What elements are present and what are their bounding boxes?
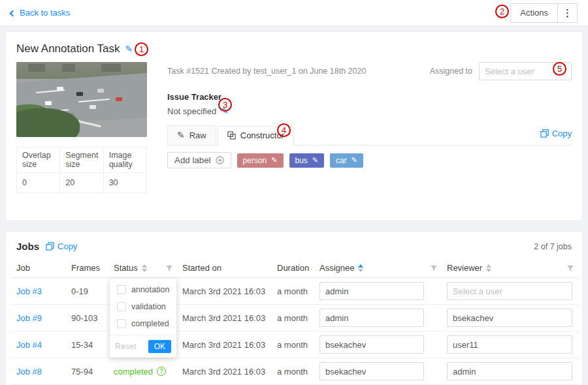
assignee-input[interactable] [319,282,424,300]
status-filter-dropdown: annotation validation completed Reset OK [110,279,176,358]
col-started-label: Started on [182,263,221,273]
label-tag-bus[interactable]: bus ✎ [289,153,325,168]
assignee-input[interactable] [319,335,424,354]
ellipsis-icon: ⋮ [563,7,572,19]
task-params-table: Overlap size Segment size Image quality … [16,147,147,193]
col-job-label: Job [16,263,30,273]
filter-status-icon[interactable] [165,264,173,272]
col-duration: Duration [272,258,314,278]
param-value-quality: 30 [103,173,146,193]
task-preview-image [16,62,147,137]
param-header-overlap: Overlap size [17,147,60,173]
checkbox-icon[interactable] [117,302,126,311]
task-details-card: New Annotation Task ✎ [5,31,583,221]
question-circle-icon[interactable]: ? [157,367,166,376]
tab-raw[interactable]: ✎ Raw [167,125,216,145]
param-header-quality: Image quality [103,147,146,173]
job-duration: a month [272,278,314,305]
col-frames: Frames [66,258,108,278]
job-duration: a month [272,358,314,385]
filter-reviewer-icon[interactable] [566,264,574,272]
sort-status[interactable] [142,264,147,272]
job-frames: 0-19 [66,278,108,305]
reviewer-input[interactable] [447,362,572,380]
copy-labels-button[interactable]: Copy [540,129,572,141]
job-started: March 3rd 2021 16:03 [177,305,272,331]
copy-jobs-button[interactable]: Copy [46,241,77,251]
job-duration: a month [272,331,314,358]
col-status-label: Status [114,263,138,273]
callout-2: 2 [495,5,509,18]
job-status: completed [114,367,153,377]
copy-jobs-label: Copy [57,241,77,251]
callout-3: 3 [218,98,232,112]
callout-1: 1 [135,42,148,56]
checkbox-icon[interactable] [117,285,126,294]
label-tag-person[interactable]: person ✎ [237,153,284,168]
col-status: Status [108,258,177,278]
reviewer-input[interactable] [447,335,572,354]
reviewer-input[interactable] [447,282,572,300]
filter-option-label: completed [131,319,169,328]
reset-filter-button[interactable]: Reset [115,342,137,351]
assignee-input[interactable] [319,362,424,380]
filter-option-validation[interactable]: validation [110,298,176,315]
param-header-segment: Segment size [60,147,103,173]
callout-5: 5 [553,62,566,76]
raw-tab-icon: ✎ [177,130,185,140]
label-name-bus: bus [295,156,308,165]
actions-button[interactable]: Actions ⋮ [510,3,578,23]
filter-assignee-icon[interactable] [430,264,438,272]
col-reviewer: Reviewer [442,258,578,278]
back-to-tasks-label: Back to tasks [20,8,70,18]
jobs-count: 2 of 7 jobs [534,242,572,251]
callout-4: 4 [277,123,291,137]
edit-label-person-icon[interactable]: ✎ [271,156,277,164]
copy-icon [46,242,54,251]
assignee-input[interactable] [319,309,424,327]
sort-assignee[interactable] [358,264,363,272]
jobs-table: Job Frames Status Started on Duration As… [11,258,578,385]
plus-circle-icon [216,156,224,164]
sort-reviewer[interactable] [486,264,491,272]
edit-title-icon[interactable]: ✎ [125,44,133,54]
col-job: Job [11,258,66,278]
job-link[interactable]: Job #8 [16,367,42,377]
more-options-button[interactable]: ⋮ [557,4,577,22]
job-link[interactable]: Job #9 [16,313,42,323]
job-frames: 90-103 [66,305,108,331]
label-name-car: car [336,156,347,165]
labels-tab-bar: ✎ Raw Constructor [167,124,572,146]
filter-option-annotation[interactable]: annotation [110,281,176,298]
actions-button-label[interactable]: Actions [511,4,557,22]
job-link[interactable]: Job #4 [16,340,42,350]
job-link[interactable]: Job #3 [16,286,42,296]
jobs-title: Jobs [16,241,39,252]
edit-label-bus-icon[interactable]: ✎ [312,156,318,164]
reviewer-input[interactable] [447,309,572,327]
job-started: March 3rd 2021 16:03 [177,278,272,305]
ok-filter-button[interactable]: OK [148,340,171,353]
task-title: New Annotation Task [16,42,120,55]
issue-tracker-value: Not specified [167,106,216,116]
col-assignee-label: Assignee [319,263,354,273]
param-value-segment: 20 [60,173,103,193]
param-value-overlap: 0 [17,173,60,193]
assigned-to-label: Assigned to [430,67,472,76]
col-reviewer-label: Reviewer [447,263,482,273]
edit-label-car-icon[interactable]: ✎ [351,156,357,164]
labels-constructor-panel: Add label person ✎ bus ✎ [167,146,572,168]
label-tag-car[interactable]: car ✎ [330,153,363,168]
back-to-tasks-link[interactable]: Back to tasks [10,8,70,18]
col-frames-label: Frames [71,263,100,273]
filter-option-completed[interactable]: completed [110,315,176,332]
filter-option-label: validation [131,302,166,311]
add-label-label: Add label [174,155,211,165]
copy-icon [540,129,549,138]
job-row: Job #9 90-103 March 3rd 2021 16:03 a mon… [11,305,578,331]
add-label-button[interactable]: Add label [167,152,231,168]
job-row: Job #4 15-34 March 3rd 2021 16:03 a mont… [11,331,578,358]
label-name-person: person [243,156,267,165]
col-duration-label: Duration [277,263,309,273]
checkbox-icon[interactable] [117,319,126,328]
